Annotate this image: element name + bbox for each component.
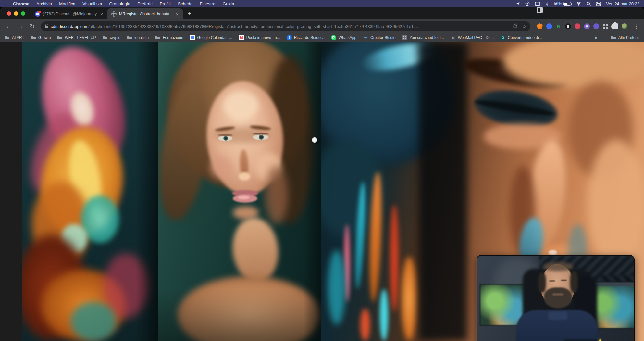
purple-extension-icon[interactable] xyxy=(584,23,590,29)
window-controls xyxy=(0,7,31,19)
gmail-icon: M xyxy=(239,35,244,40)
bookmark-crypto[interactable]: crypto xyxy=(103,35,121,40)
close-tab-icon[interactable]: × xyxy=(175,11,180,17)
webcam-overlay: ✦ xyxy=(477,255,635,341)
url-path: /attachments/1013512335442333816/1088905… xyxy=(88,24,418,29)
artwork-panel-portrait xyxy=(158,42,321,341)
folder-icon xyxy=(5,35,10,40)
puzzle-extensions-icon[interactable] xyxy=(612,23,618,29)
menu-chrome[interactable]: Chrome xyxy=(13,1,29,6)
address-bar-actions: ☆ xyxy=(513,23,526,30)
hair-top xyxy=(543,262,573,271)
bookmark-webmail-pec[interactable]: WebMail PEC - De... xyxy=(451,35,494,40)
facebook-icon: f xyxy=(287,35,292,40)
control-center-icon[interactable] xyxy=(596,2,601,6)
menu-modifica[interactable]: Modifica xyxy=(59,1,75,6)
green-n-icon[interactable]: N xyxy=(556,23,562,29)
bookmark-facebook[interactable]: fRiccardo Scrocca xyxy=(287,35,325,40)
hair-side xyxy=(538,272,546,293)
extensions-area: N ⋮ xyxy=(534,23,640,30)
bookmark-star-icon[interactable]: ☆ xyxy=(522,23,526,30)
hair-side xyxy=(570,271,578,293)
back-button[interactable]: ← xyxy=(4,23,14,30)
left-iris xyxy=(223,136,228,141)
bookmarks-separator xyxy=(604,35,604,40)
webmail-icon xyxy=(451,35,456,40)
light-streak-teal xyxy=(328,250,345,325)
address-bar[interactable]: cdn.discordapp.com/attachments/101351233… xyxy=(41,21,530,31)
padlock-icon[interactable] xyxy=(45,26,48,28)
tab-title: MRregista_Abstract_beauty._ xyxy=(119,12,172,16)
tab-strip: (2762) Discord | @Midjourney × MRregista… xyxy=(0,7,644,19)
bookmark-growth[interactable]: Growth xyxy=(31,35,51,40)
menu-preferiti[interactable]: Preferiti xyxy=(137,1,153,6)
menu-visualizza[interactable]: Visualizza xyxy=(82,1,102,6)
bookmark-web-level-up[interactable]: WEB - LEVEL-UP xyxy=(57,35,96,40)
bookmark-you-searched[interactable]: You searched for l... xyxy=(402,35,444,40)
eyelid-line xyxy=(253,133,269,134)
screen-record-icon[interactable] xyxy=(525,1,530,6)
new-tab-button[interactable]: + xyxy=(183,10,196,19)
menubar-status-area: 56% Ven 24 mar 20:22 xyxy=(516,1,644,6)
eye-closed xyxy=(549,280,555,282)
violet-extension-icon[interactable] xyxy=(593,23,599,29)
blue-wallet-icon[interactable] xyxy=(546,23,552,29)
menu-archivio[interactable]: Archivio xyxy=(36,1,52,6)
spotlight-search-icon[interactable] xyxy=(587,2,591,6)
metamask-icon[interactable] xyxy=(537,23,543,29)
bookmark-whatsapp[interactable]: WhatsApp xyxy=(331,35,356,40)
bookmarks-overflow-chevron[interactable]: » xyxy=(595,35,597,40)
lip-highlight xyxy=(238,196,250,199)
macos-menubar: Chrome Archivio Modifica Visualizza Cron… xyxy=(0,0,644,7)
bookmark-gmail[interactable]: MPosta in arrivo - ri... xyxy=(239,35,280,40)
other-bookmarks[interactable]: Altri Preferiti xyxy=(611,35,639,40)
menu-guida[interactable]: Guida xyxy=(223,1,234,6)
bookmark-ai-art[interactable]: AI ART xyxy=(5,35,24,40)
menu-cronologia[interactable]: Cronologia xyxy=(109,1,130,6)
menu-profili[interactable]: Profili xyxy=(160,1,171,6)
discord-favicon-icon xyxy=(35,11,40,17)
globe-favicon-icon xyxy=(111,11,117,17)
location-arrow-icon[interactable] xyxy=(516,2,520,6)
menubar-clock[interactable]: Ven 24 mar 20:22 xyxy=(606,1,639,6)
menu-scheda[interactable]: Scheda xyxy=(178,1,192,6)
close-tab-icon[interactable]: × xyxy=(99,11,104,17)
tab-discord[interactable]: (2762) Discord | @Midjourney × xyxy=(31,8,107,19)
toolbar: ← → ↻ cdn.discordapp.com/attachments/101… xyxy=(0,19,644,33)
eyelid-line xyxy=(218,134,233,136)
wifi-icon[interactable] xyxy=(576,2,581,6)
minimize-window-button[interactable] xyxy=(14,11,18,16)
red-extension-icon[interactable] xyxy=(575,23,580,29)
url-host: cdn.discordapp.com xyxy=(51,24,88,29)
bluetooth-icon[interactable] xyxy=(545,1,549,6)
reload-button[interactable]: ↻ xyxy=(27,23,37,30)
whatsapp-icon xyxy=(331,35,336,40)
bookmarks-bar: AI ART Growth WEB - LEVEL-UP crypto idea… xyxy=(0,33,644,42)
profile-avatar[interactable] xyxy=(622,23,627,29)
tab-image[interactable]: MRregista_Abstract_beauty._ × xyxy=(107,8,183,19)
mouth xyxy=(552,293,564,296)
bookmark-idealista[interactable]: idealista xyxy=(127,35,149,40)
bookmark-google-calendar[interactable]: Google Calendar -... xyxy=(190,35,232,40)
forward-button[interactable]: → xyxy=(16,23,25,30)
bookmark-formazione[interactable]: Formazione xyxy=(155,35,183,40)
sparkle-icon: ✦ xyxy=(598,337,602,341)
video-convert-icon xyxy=(500,35,505,40)
beard xyxy=(544,287,572,308)
menu-finestra[interactable]: Finestra xyxy=(200,1,216,6)
battery-indicator[interactable]: 56% xyxy=(554,1,571,6)
forehead-highlight xyxy=(223,91,259,120)
screen: Chrome Archivio Modifica Visualizza Cron… xyxy=(0,0,644,341)
dark-extension-icon[interactable] xyxy=(565,23,571,29)
share-icon[interactable] xyxy=(513,23,517,30)
zoom-window-button[interactable] xyxy=(21,11,25,16)
kebab-menu-icon[interactable]: ⋮ xyxy=(631,23,640,30)
side-panel-icon[interactable] xyxy=(537,7,543,13)
apps-grid-icon[interactable] xyxy=(603,23,609,29)
close-window-button[interactable] xyxy=(7,11,11,16)
display-mirroring-icon[interactable] xyxy=(535,2,540,6)
folder-icon xyxy=(31,35,36,40)
bookmark-converti-video[interactable]: Converti i video di... xyxy=(500,35,542,40)
bookmark-creator-studio[interactable]: ∞Creator Studio xyxy=(363,35,395,40)
vignette xyxy=(158,289,321,341)
